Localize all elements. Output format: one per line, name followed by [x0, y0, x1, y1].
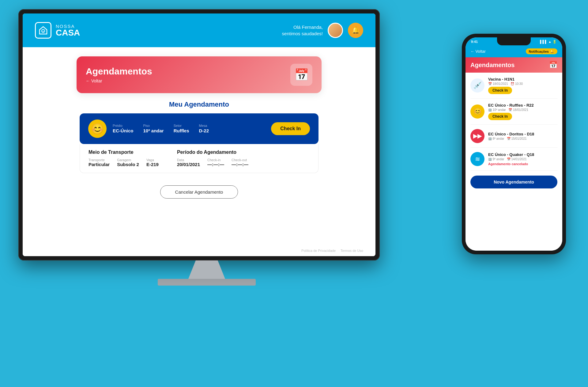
calendar-icon: 📅	[290, 64, 312, 86]
checkout-time-field: Check-out —:—:—	[232, 158, 248, 167]
cancelled-label: Agendamento cancelado	[488, 162, 557, 166]
notification-badge[interactable]: Notificações 🔔	[526, 48, 557, 54]
monitor-screen: NOSSA CASA Olá Fernanda, sentimos saudad…	[23, 13, 375, 256]
phone-header: ← Voltar Notificações 🔔	[466, 46, 562, 57]
monitor-stand-base	[158, 279, 256, 286]
notif-icon: 🔔	[550, 49, 554, 53]
phone-card-title: Agendamentos	[470, 62, 514, 69]
list-item: ≋ EC Único - Quaker - Q18 🏢 9º andar 📅 1…	[470, 148, 557, 171]
back-link[interactable]: ← Voltar	[86, 78, 152, 83]
avatar	[328, 23, 343, 38]
item-content: EC Único - Quaker - Q18 🏢 9º andar 📅 14/…	[488, 152, 557, 166]
phone-time: 9:41	[471, 40, 478, 44]
footer-links: Política de Privacidade Termos de Uso	[301, 249, 363, 252]
monitor-stand-neck	[188, 260, 225, 279]
garagem-field: Garagem Subsolo 2	[117, 158, 139, 167]
agendamentos-card: Agendamentos ← Voltar 📅	[77, 56, 322, 93]
item-content: Vacina - H1N1 📅 18/01/2021 ⏰ 10:30 Check…	[488, 77, 557, 94]
transport-fields: Transporte Particular Garagem Subsolo 2 …	[89, 158, 159, 167]
section-title: Meu Agendamento	[38, 101, 360, 108]
logo-area: NOSSA CASA	[35, 22, 80, 39]
data-field: Data 20/01/2021	[177, 158, 200, 167]
cancel-button[interactable]: Cancelar Agendamento	[160, 185, 238, 199]
terms-link[interactable]: Termos de Uso	[341, 249, 363, 252]
screen-body: Agendamentos ← Voltar 📅 Meu Agendamento …	[23, 47, 375, 256]
mesa-field: Mesa D-22	[199, 124, 209, 134]
item-content: EC Único - Doritos - D18 🏢 8º andar 📅 15…	[488, 132, 557, 140]
monitor-bezel: NOSSA CASA Olá Fernanda, sentimos saudad…	[18, 9, 380, 260]
period-block: Período do Agendamento Data 20/01/2021 C…	[177, 150, 248, 167]
phone-bezel: 9:41 ▌▌▌ ▲ 🔋 ← Voltar Notificações 🔔 Age…	[462, 34, 566, 254]
list-item: ▶▶ EC Único - Doritos - D18 🏢 8º andar 📅…	[470, 125, 557, 148]
booking-card: 😊 Prédio EC-Único Piso 10º andar Setor	[80, 113, 318, 144]
item-title: Vacina - H1N1	[488, 77, 557, 82]
phone-screen: 9:41 ▌▌▌ ▲ 🔋 ← Voltar Notificações 🔔 Age…	[466, 37, 562, 251]
doritos-icon: ▶▶	[470, 129, 484, 143]
piso-field: Piso 10º andar	[143, 124, 164, 134]
ruffles-icon: 😊	[470, 104, 484, 119]
item-meta: 📅 18/01/2021 ⏰ 10:30	[488, 82, 557, 85]
phone: 9:41 ▌▌▌ ▲ 🔋 ← Voltar Notificações 🔔 Age…	[462, 34, 566, 254]
period-fields: Data 20/01/2021 Check-in —:—:— Check-out…	[177, 158, 248, 167]
phone-signal: ▌▌▌ ▲ 🔋	[540, 40, 557, 44]
transport-block: Meio de Transporte Transporte Particular…	[89, 150, 159, 167]
transporte-field: Transporte Particular	[89, 158, 110, 167]
quaker-icon: ≋	[470, 152, 484, 166]
vaccine-icon: 💉	[470, 78, 484, 93]
checkin-button[interactable]: Check In	[271, 122, 310, 135]
checkin-time-field: Check-in —:—:—	[207, 158, 224, 167]
predio-field: Prédio EC-Único	[113, 124, 134, 134]
phone-card-header: Agendamentos 📅	[466, 57, 562, 73]
setor-field: Setor Ruffles	[174, 124, 189, 134]
privacy-link[interactable]: Política de Privacidade	[301, 249, 336, 252]
vaga-field: Vaga E-219	[146, 158, 159, 167]
svg-point-0	[42, 29, 45, 32]
phone-notch	[497, 37, 531, 45]
phone-checkin-btn[interactable]: Check In	[488, 113, 512, 120]
item-meta: 🏢 10º andar 📅 18/01/2021	[488, 108, 557, 112]
item-meta: 🏢 9º andar 📅 14/01/2021	[488, 157, 557, 161]
phone-checkin-btn[interactable]: Check In	[488, 87, 512, 94]
notification-bell[interactable]: 🔔	[348, 23, 363, 38]
phone-back-link[interactable]: ← Voltar	[470, 49, 486, 54]
card-title: Agendamentos	[86, 66, 152, 77]
logo-text: NOSSA CASA	[56, 24, 80, 37]
item-title: EC Único - Doritos - D18	[488, 132, 557, 136]
greeting: Olá Fernanda, sentimos saudades!	[282, 24, 323, 37]
item-title: EC Único - Ruffles - R22	[488, 103, 557, 108]
list-item: 😊 EC Único - Ruffles - R22 🏢 10º andar 📅…	[470, 99, 557, 125]
transport-section: Meio de Transporte Transporte Particular…	[80, 144, 318, 173]
header-right: Olá Fernanda, sentimos saudades! 🔔	[282, 23, 363, 38]
item-title: EC Único - Quaker - Q18	[488, 152, 557, 157]
item-content: EC Único - Ruffles - R22 🏢 10º andar 📅 1…	[488, 103, 557, 120]
new-booking-button[interactable]: Novo Agendamento	[470, 176, 557, 188]
smiley-icon: 😊	[88, 120, 107, 138]
logo-sub: NOSSA	[56, 24, 80, 28]
monitor: NOSSA CASA Olá Fernanda, sentimos saudad…	[18, 9, 395, 300]
bell-icon: 🔔	[352, 26, 360, 34]
list-item: 💉 Vacina - H1N1 📅 18/01/2021 ⏰ 10:30 Che…	[470, 73, 557, 99]
cancel-wrap: Cancelar Agendamento	[38, 185, 360, 199]
booking-info: Prédio EC-Único Piso 10º andar Setor Ruf…	[113, 124, 265, 134]
item-meta: 🏢 8º andar 📅 15/01/2021	[488, 137, 557, 140]
phone-body: 💉 Vacina - H1N1 📅 18/01/2021 ⏰ 10:30 Che…	[466, 73, 562, 251]
card-header: Agendamentos ← Voltar 📅	[77, 56, 322, 93]
screen-header: NOSSA CASA Olá Fernanda, sentimos saudad…	[23, 13, 375, 47]
logo-icon	[35, 22, 51, 39]
phone-calendar-icon: 📅	[549, 61, 557, 69]
